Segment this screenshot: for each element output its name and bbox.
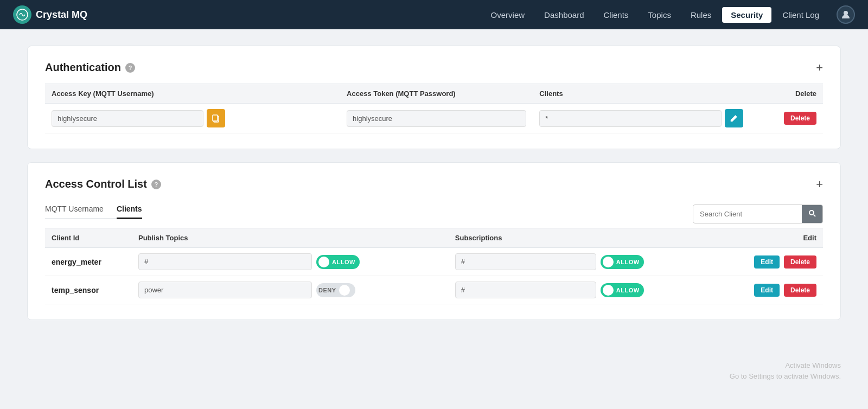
acl-delete-button-1[interactable]: Delete [784, 284, 816, 297]
publish-toggle-label-1: DENY [318, 287, 336, 293]
publish-toggle-0[interactable]: ALLOW [316, 255, 360, 269]
clients-edit-button[interactable] [725, 109, 743, 127]
acl-col-publish-topics: Publish Topics [132, 228, 449, 248]
auth-row: Delete [45, 104, 823, 133]
sub-topic-input-1[interactable] [455, 282, 596, 298]
svg-point-4 [809, 210, 814, 215]
auth-col-clients: Clients [533, 84, 751, 104]
nav-dashboard[interactable]: Dashboard [535, 7, 592, 23]
clients-input[interactable] [539, 110, 722, 127]
publish-toggle-label-0: ALLOW [332, 259, 355, 265]
nav-clients[interactable]: Clients [595, 7, 637, 23]
sub-topic-input-0[interactable] [455, 253, 596, 270]
access-token-input[interactable] [347, 110, 526, 127]
acl-title-wrap: Access Control List ? [45, 178, 161, 190]
auth-header: Authentication ? + [45, 61, 823, 74]
copy-access-key-button[interactable] [207, 109, 225, 127]
auth-help-icon[interactable]: ? [125, 63, 135, 73]
acl-help-icon[interactable]: ? [151, 180, 161, 189]
tab-mqtt-username[interactable]: MQTT Username [45, 200, 104, 219]
logo-text: Crystal MQ [36, 9, 87, 21]
publish-toggle-1[interactable]: DENY [316, 283, 355, 297]
logo-icon [13, 5, 31, 24]
acl-header: Access Control List ? + [45, 178, 823, 190]
auth-delete-button[interactable]: Delete [784, 112, 816, 125]
acl-tabs-row: MQTT Username Clients [45, 200, 823, 228]
watermark-line2: Go to Settings to activate Windows. [27, 371, 841, 382]
acl-row: temp_sensor DENY ALLOW [45, 276, 823, 304]
svg-line-5 [814, 215, 816, 217]
nav-overview[interactable]: Overview [482, 7, 534, 23]
main-content: Authentication ? + Access Key (MQTT User… [0, 29, 868, 349]
acl-edit-cell-1: Edit Delete [721, 276, 823, 304]
acl-edit-cell-0: Edit Delete [721, 248, 823, 276]
acl-sub-cell-0: ALLOW [449, 248, 722, 276]
acl-row: energy_meter ALLOW ALLOW [45, 248, 823, 276]
toggle-circle [339, 285, 350, 296]
nav-security[interactable]: Security [722, 7, 771, 23]
nav-topics[interactable]: Topics [639, 7, 680, 23]
sub-toggle-label-0: ALLOW [616, 259, 640, 265]
sub-toggle-circle [603, 257, 614, 267]
watermark-line1: Activate Windows [27, 360, 841, 371]
acl-delete-button-0[interactable]: Delete [784, 255, 816, 269]
auth-access-key-cell [45, 104, 340, 133]
svg-point-1 [844, 11, 848, 15]
logo: Crystal MQ [13, 5, 87, 24]
acl-publish-cell-0: ALLOW [132, 248, 449, 276]
acl-card: Access Control List ? + MQTT Username Cl… [27, 162, 841, 320]
sub-toggle-label-1: ALLOW [616, 287, 640, 293]
acl-col-edit: Edit [721, 228, 823, 248]
access-key-input[interactable] [52, 110, 203, 127]
auth-clients-cell [533, 104, 751, 133]
toggle-circle [318, 257, 329, 267]
auth-col-delete: Delete [751, 84, 823, 104]
nav-rules[interactable]: Rules [682, 7, 720, 23]
navbar: Crystal MQ Overview Dashboard Clients To… [0, 0, 868, 29]
auth-title: Authentication [45, 61, 121, 74]
user-avatar[interactable] [837, 5, 855, 24]
sub-toggle-circle [603, 285, 614, 296]
acl-tabs: MQTT Username Clients [45, 200, 142, 219]
watermark: Activate Windows Go to Settings to activ… [0, 349, 868, 387]
access-key-wrap [52, 109, 334, 127]
acl-col-subscriptions: Subscriptions [449, 228, 722, 248]
auth-table: Access Key (MQTT Username) Access Token … [45, 84, 823, 133]
search-client-button[interactable] [802, 205, 822, 223]
acl-client-id-1: temp_sensor [45, 276, 132, 304]
nav-links: Overview Dashboard Clients Topics Rules … [482, 7, 828, 23]
sub-toggle-0[interactable]: ALLOW [601, 255, 644, 269]
auth-delete-cell: Delete [751, 104, 823, 133]
acl-client-id-0: energy_meter [45, 248, 132, 276]
auth-title-wrap: Authentication ? [45, 61, 135, 74]
auth-card: Authentication ? + Access Key (MQTT User… [27, 46, 841, 149]
acl-title: Access Control List [45, 178, 147, 190]
search-client-box [693, 204, 823, 223]
search-client-input[interactable] [693, 206, 802, 222]
acl-edit-button-1[interactable]: Edit [754, 284, 780, 297]
acl-add-button[interactable]: + [816, 178, 823, 190]
acl-edit-button-0[interactable]: Edit [754, 255, 780, 269]
auth-col-access-token: Access Token (MQTT Password) [340, 84, 533, 104]
tab-clients[interactable]: Clients [117, 200, 142, 219]
acl-table: Client Id Publish Topics Subscriptions E… [45, 228, 823, 304]
nav-client-log[interactable]: Client Log [774, 7, 828, 23]
acl-sub-cell-1: ALLOW [449, 276, 722, 304]
svg-rect-3 [213, 115, 218, 121]
auth-access-token-cell [340, 104, 533, 133]
acl-col-client-id: Client Id [45, 228, 132, 248]
auth-add-button[interactable]: + [816, 62, 823, 74]
sub-toggle-1[interactable]: ALLOW [601, 283, 644, 297]
clients-wrap [539, 109, 744, 127]
acl-publish-cell-1: DENY [132, 276, 449, 304]
auth-col-access-key: Access Key (MQTT Username) [45, 84, 340, 104]
publish-topic-input-0[interactable] [138, 253, 312, 270]
publish-topic-input-1[interactable] [138, 282, 312, 298]
